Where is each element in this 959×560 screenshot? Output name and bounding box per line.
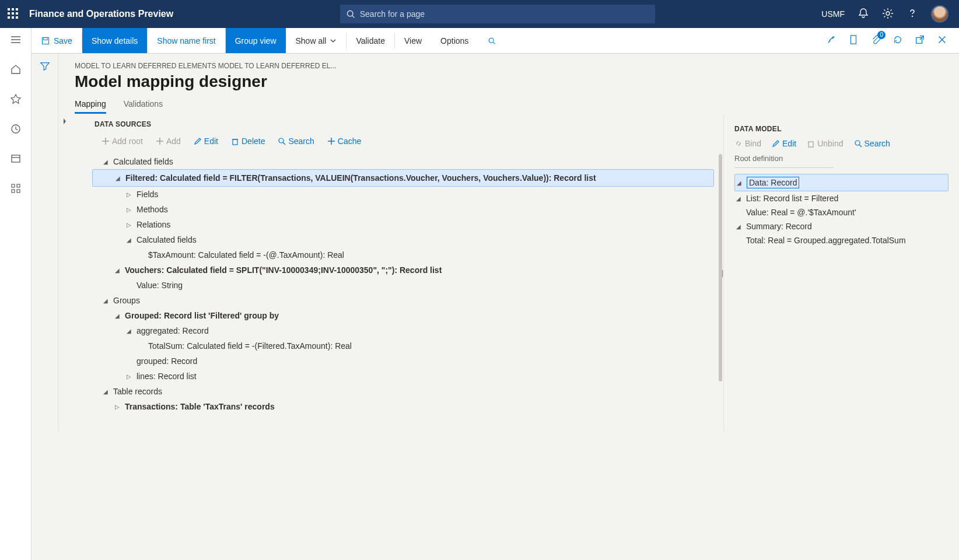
search-dm-button[interactable]: Search (854, 139, 890, 148)
svg-rect-17 (12, 155, 20, 162)
svg-rect-3 (8, 12, 10, 15)
show-all-dropdown[interactable]: Show all (286, 28, 346, 53)
tree-node[interactable]: ▷Relations (92, 217, 714, 232)
svg-rect-19 (12, 184, 15, 187)
tree-node[interactable]: ▷Transactions: Table 'TaxTrans' records (92, 399, 714, 414)
delete-button[interactable]: Delete (231, 136, 265, 146)
validate-button[interactable]: Validate (346, 28, 394, 53)
expand-handle-icon[interactable] (58, 114, 71, 432)
svg-point-11 (886, 12, 890, 15)
tree-node[interactable]: ·$TaxAmount: Calculated field = -(@.TaxA… (92, 247, 714, 262)
svg-rect-35 (233, 139, 237, 145)
tree-node[interactable]: ◢Groups (92, 293, 714, 308)
tree-node[interactable]: ◢List: Record list = Filtered (734, 191, 949, 205)
tree-node[interactable]: ·Total: Real = Grouped.aggregated.TotalS… (734, 233, 949, 247)
tree-node[interactable]: ◢Table records (92, 384, 714, 399)
svg-line-26 (494, 42, 495, 44)
tree-node[interactable]: ◢Vouchers: Calculated field = SPLIT("INV… (92, 262, 714, 278)
global-search-input[interactable] (360, 9, 649, 19)
notifications-icon[interactable] (858, 8, 869, 21)
svg-rect-27 (851, 36, 856, 44)
show-details-button[interactable]: Show details (82, 28, 147, 53)
data-model-pane: || DATA MODEL Bind Edit Unbind Search Ro… (723, 114, 959, 432)
svg-rect-2 (16, 8, 18, 10)
svg-rect-6 (8, 16, 10, 19)
show-name-first-button[interactable]: Show name first (147, 28, 225, 53)
nav-rail (0, 28, 32, 560)
attachments-icon[interactable]: 0 (870, 34, 881, 47)
svg-line-10 (352, 16, 354, 18)
tree-node-selected[interactable]: ◢Filtered: Calculated field = FILTER(Tra… (92, 169, 714, 187)
search-button[interactable]: Search (278, 136, 314, 146)
data-model-tree: ◢Data: Record ◢List: Record list = Filte… (734, 174, 949, 247)
data-sources-tree: ◢Calculated fields ◢Filtered: Calculated… (71, 154, 723, 432)
workspace-icon[interactable] (10, 153, 22, 166)
modules-icon[interactable] (10, 183, 22, 196)
options-menu[interactable]: Options (431, 28, 478, 53)
tree-node[interactable]: ·TotalSum: Calculated field = -(Filtered… (92, 338, 714, 354)
svg-point-9 (347, 10, 353, 16)
add-root-button: Add root (102, 136, 143, 146)
close-icon[interactable] (937, 34, 947, 47)
link-icon[interactable] (826, 34, 836, 47)
svg-rect-22 (17, 190, 20, 192)
global-search[interactable] (340, 5, 655, 23)
svg-point-37 (279, 138, 284, 143)
svg-rect-21 (12, 190, 15, 192)
tree-node[interactable]: ◢Grouped: Record list 'Filtered' group b… (92, 308, 714, 323)
data-model-header: DATA MODEL (734, 125, 949, 133)
hamburger-icon[interactable] (10, 34, 22, 47)
tree-node[interactable]: ·grouped: Record (92, 354, 714, 369)
star-icon[interactable] (10, 93, 22, 107)
tree-node[interactable]: ·Value: String (92, 278, 714, 293)
breadcrumb: MODEL TO LEARN DEFERRED ELEMENTS MODEL T… (58, 54, 959, 70)
save-button[interactable]: Save (32, 28, 82, 53)
help-icon[interactable] (907, 8, 918, 21)
tree-node[interactable]: ◢Data: Record (734, 174, 949, 191)
tree-node[interactable]: ◢Summary: Record (734, 219, 949, 233)
group-view-button[interactable]: Group view (226, 28, 286, 53)
svg-point-42 (855, 141, 860, 145)
filter-icon[interactable] (40, 61, 50, 432)
app-launcher-icon[interactable] (7, 8, 19, 21)
view-menu[interactable]: View (395, 28, 431, 53)
unbind-button: Unbind (807, 139, 843, 148)
recent-icon[interactable] (10, 123, 22, 136)
cache-button[interactable]: Cache (327, 136, 361, 146)
popout-icon[interactable] (915, 34, 925, 47)
tab-validations[interactable]: Validations (124, 99, 163, 114)
bind-button: Bind (734, 139, 761, 148)
svg-rect-0 (8, 8, 10, 10)
legal-entity[interactable]: USMF (821, 9, 845, 19)
scrollbar-thumb[interactable] (719, 154, 722, 382)
refresh-icon[interactable] (892, 34, 903, 47)
svg-rect-20 (17, 184, 20, 187)
home-icon[interactable] (10, 64, 22, 77)
document-icon[interactable] (848, 34, 859, 47)
filter-column (32, 54, 58, 432)
data-sources-header: DATA SOURCES (71, 114, 723, 134)
tree-node[interactable]: ◢Calculated fields (92, 232, 714, 247)
root-definition-label: Root definition (734, 154, 949, 163)
add-button: Add (156, 136, 181, 146)
attachments-count: 0 (877, 31, 886, 39)
tree-node[interactable]: ▷lines: Record list (92, 369, 714, 384)
user-avatar[interactable] (931, 5, 949, 23)
edit-dm-button[interactable]: Edit (772, 139, 796, 148)
edit-button[interactable]: Edit (194, 136, 218, 146)
search-icon (346, 9, 355, 19)
tree-node[interactable]: ◢aggregated: Record (92, 323, 714, 338)
tab-mapping[interactable]: Mapping (75, 99, 106, 114)
svg-line-38 (283, 142, 285, 145)
tree-node[interactable]: ▷Methods (92, 202, 714, 217)
tree-node[interactable]: ▷Fields (92, 187, 714, 202)
svg-rect-4 (12, 12, 14, 15)
tree-node[interactable]: ·Value: Real = @.'$TaxAmount' (734, 205, 949, 219)
svg-rect-5 (16, 12, 18, 15)
svg-rect-8 (16, 16, 18, 19)
toolbar-search-icon[interactable] (478, 28, 506, 53)
gear-icon[interactable] (882, 8, 894, 21)
svg-rect-23 (42, 37, 48, 44)
tree-node[interactable]: ◢Calculated fields (92, 154, 714, 169)
svg-rect-7 (12, 16, 14, 19)
